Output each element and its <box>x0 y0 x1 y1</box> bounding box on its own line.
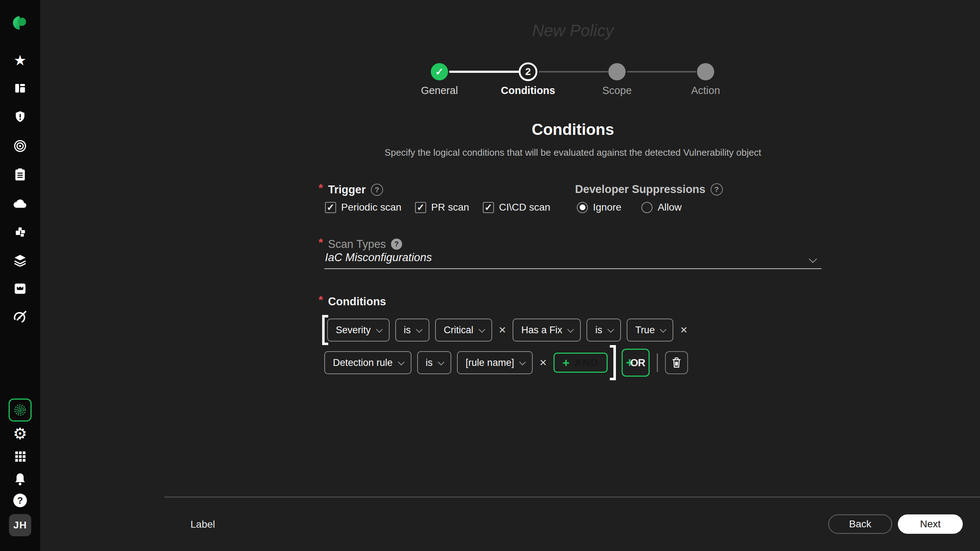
condition-row-1: Severity is Critical ✕ Has a Fix is True… <box>327 318 688 341</box>
chevron-down-icon <box>376 326 382 333</box>
step-conditions-circle[interactable]: 2 <box>519 62 537 81</box>
required-asterisk: * <box>318 236 323 249</box>
blocks-icon <box>14 225 27 238</box>
step-label-action[interactable]: Action <box>666 84 745 97</box>
checkbox-label[interactable]: PR scan <box>431 202 469 213</box>
checkbox-label[interactable]: CI\CD scan <box>499 202 550 213</box>
chip-value: Critical <box>444 325 474 336</box>
help-icon: ? <box>13 494 27 507</box>
add-and-button[interactable]: + AND <box>554 353 608 373</box>
condition-field-select[interactable]: Detection rule <box>324 351 412 374</box>
scan-types-select-value[interactable]: IaC Misconfigurations <box>325 251 432 264</box>
trigger-help-icon[interactable]: ? <box>371 184 383 196</box>
radio-label[interactable]: Allow <box>657 202 682 213</box>
radio-label[interactable]: Ignore <box>593 202 621 213</box>
chevron-down-icon <box>398 359 404 365</box>
footer-divider <box>164 497 980 498</box>
sidebar-item-help[interactable]: ? <box>0 494 40 507</box>
delete-group-button[interactable] <box>665 351 688 374</box>
checkbox-icon[interactable]: ✓ <box>325 202 336 213</box>
chip-value: Detection rule <box>333 357 393 368</box>
radio-icon-selected[interactable] <box>577 202 588 213</box>
trigger-label: Trigger <box>328 183 366 196</box>
back-button[interactable]: Back <box>828 514 892 534</box>
sidebar-item-favorites[interactable]: ★ <box>0 53 40 67</box>
conditions-label: Conditions <box>328 295 386 308</box>
trigger-label-row: * Trigger ? <box>318 183 383 196</box>
sidebar-item-apps[interactable] <box>0 450 40 463</box>
condition-operator-select[interactable]: is <box>417 351 452 374</box>
next-button[interactable]: Next <box>898 514 963 534</box>
sidebar-item-attack-paths[interactable] <box>0 139 40 153</box>
sidebar-item-benchmark[interactable] <box>0 310 40 324</box>
checkbox-cicd-scan[interactable]: ✓ CI\CD scan <box>483 202 550 213</box>
condition-field-select[interactable]: Severity <box>327 318 390 341</box>
step-label-conditions[interactable]: Conditions <box>488 84 568 97</box>
chevron-down-icon <box>568 326 574 333</box>
chevron-down-icon <box>660 326 667 333</box>
radio-icon[interactable] <box>641 202 652 213</box>
or-label: OR <box>630 357 645 369</box>
chip-value: is <box>404 325 411 336</box>
chevron-down-icon <box>607 326 614 333</box>
checkbox-label[interactable]: Periodic scan <box>341 202 401 213</box>
vertical-divider <box>657 354 658 372</box>
step-label-scope[interactable]: Scope <box>578 84 657 97</box>
active-indicator <box>9 398 32 422</box>
chip-value: is <box>595 325 602 336</box>
checkbox-icon[interactable]: ✓ <box>483 202 494 213</box>
step-action-circle[interactable] <box>697 63 714 80</box>
page-title: New Policy <box>324 21 821 40</box>
radio-dot <box>580 204 585 210</box>
step-scope-circle[interactable] <box>608 63 625 80</box>
sidebar-item-dashboard[interactable] <box>0 82 40 95</box>
sidebar-item-scanner-active[interactable] <box>0 398 40 422</box>
remove-condition-button[interactable]: ✕ <box>539 357 547 368</box>
step-label-general[interactable]: General <box>400 84 479 97</box>
condition-row-2: Detection rule is [rule name] ✕ + AND + … <box>324 345 688 380</box>
condition-value-select[interactable]: True <box>627 318 674 341</box>
cloud-icon <box>13 198 27 209</box>
scan-types-label: Scan Types <box>328 238 386 251</box>
scan-types-help-icon[interactable]: ? <box>391 239 402 250</box>
app-logo[interactable] <box>0 14 40 32</box>
sidebar-item-marketplace[interactable] <box>0 282 40 295</box>
scan-types-label-row: * Scan Types ? <box>318 237 402 251</box>
condition-value-select[interactable]: Critical <box>435 318 492 341</box>
chip-value: is <box>426 357 433 368</box>
checkbox-periodic-scan[interactable]: ✓ Periodic scan <box>325 202 401 213</box>
checkbox-pr-scan[interactable]: ✓ PR scan <box>415 202 469 213</box>
scan-types-underline <box>324 268 821 269</box>
step-number: 2 <box>525 66 531 78</box>
chip-value: Severity <box>336 325 371 336</box>
sidebar-item-assets[interactable] <box>0 254 40 267</box>
step-general-circle[interactable]: ✓ <box>431 63 448 80</box>
suppressions-options: Ignore Allow <box>577 202 682 213</box>
sidebar-item-settings[interactable]: ⚙ <box>0 425 40 442</box>
sidebar-user-avatar[interactable]: JH <box>0 514 40 536</box>
and-label: AND <box>575 357 599 368</box>
sidebar-item-notifications[interactable] <box>0 472 40 486</box>
checkbox-icon[interactable]: ✓ <box>415 202 426 213</box>
sidebar-item-cloud[interactable] <box>0 197 40 210</box>
step-connector <box>627 71 696 72</box>
condition-field-select[interactable]: Has a Fix <box>512 318 581 341</box>
bell-icon <box>14 472 26 486</box>
dashboard-icon <box>14 82 27 95</box>
chevron-down-icon[interactable] <box>809 255 817 263</box>
condition-operator-select[interactable]: is <box>587 318 621 341</box>
radio-allow[interactable]: Allow <box>641 202 682 213</box>
condition-value-select[interactable]: [rule name] <box>457 351 533 374</box>
sidebar-item-reports[interactable] <box>0 168 40 182</box>
suppressions-help-icon[interactable]: ? <box>711 183 723 196</box>
condition-operator-select[interactable]: is <box>395 318 430 341</box>
chevron-down-icon <box>479 326 485 333</box>
conditions-label-row: * Conditions <box>318 295 386 308</box>
radio-ignore[interactable]: Ignore <box>577 202 621 213</box>
storefront-icon <box>14 282 27 295</box>
remove-condition-button[interactable]: ✕ <box>680 325 688 336</box>
add-or-button[interactable]: + OR <box>622 349 650 377</box>
sidebar-item-inventory[interactable] <box>0 225 40 238</box>
sidebar-item-alerts[interactable] <box>0 110 40 123</box>
remove-condition-button[interactable]: ✕ <box>499 325 506 336</box>
